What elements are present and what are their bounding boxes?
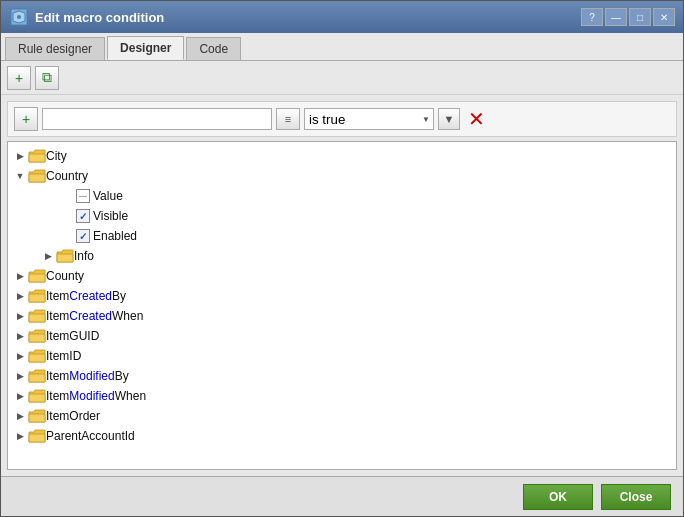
tree-label-parentaccountid: ParentAccountId: [46, 429, 135, 443]
folder-icon-county: [28, 269, 46, 283]
maximize-button[interactable]: □: [629, 8, 651, 26]
window-icon: [9, 7, 29, 27]
tree-label-county: County: [46, 269, 84, 283]
tree-item-parentaccountid[interactable]: ▶ ParentAccountId: [8, 426, 676, 446]
tree-item-enabled[interactable]: ▶ Enabled: [8, 226, 676, 246]
tree-label-itemcreatedby: ItemCreatedBy: [46, 289, 126, 303]
tab-code[interactable]: Code: [186, 37, 241, 60]
folder-icon-parentaccountid: [28, 429, 46, 443]
folder-icon-info: [56, 249, 74, 263]
expand-itemid[interactable]: ▶: [12, 348, 28, 364]
add-row-button[interactable]: +: [14, 107, 38, 131]
svg-point-1: [17, 15, 21, 19]
folder-icon-city: [28, 149, 46, 163]
close-dialog-button[interactable]: Close: [601, 484, 671, 510]
tree-item-county[interactable]: ▶ County: [8, 266, 676, 286]
tree-item-value[interactable]: ▶ Value: [8, 186, 676, 206]
expand-info[interactable]: ▶: [40, 248, 56, 264]
help-button[interactable]: ?: [581, 8, 603, 26]
title-bar: Edit macro condition ? — □ ✕: [1, 1, 683, 33]
expand-itemmodifiedwhen[interactable]: ▶: [12, 388, 28, 404]
tree-label-itemmodifiedby: ItemModifiedBy: [46, 369, 129, 383]
expand-itemcreatedwhen[interactable]: ▶: [12, 308, 28, 324]
tab-rule-designer[interactable]: Rule designer: [5, 37, 105, 60]
tree-item-country[interactable]: ▼ Country: [8, 166, 676, 186]
expand-city[interactable]: ▶: [12, 148, 28, 164]
tab-designer[interactable]: Designer: [107, 36, 184, 60]
folder-icon-itemorder: [28, 409, 46, 423]
checkbox-enabled[interactable]: [76, 229, 90, 243]
tree-item-itemmodifiedby[interactable]: ▶ ItemModifiedBy: [8, 366, 676, 386]
folder-icon-country: [28, 169, 46, 183]
expand-itemguid[interactable]: ▶: [12, 328, 28, 344]
expand-itemcreatedby[interactable]: ▶: [12, 288, 28, 304]
tree-label-visible: Visible: [93, 209, 128, 223]
tree-scroll[interactable]: ▶ City ▼ Country: [8, 142, 676, 469]
checkbox-value[interactable]: [76, 189, 90, 203]
content-area: + ≡ is true is false equals not equals ▼…: [1, 95, 683, 476]
expand-county[interactable]: ▶: [12, 268, 28, 284]
expand-country[interactable]: ▼: [12, 168, 28, 184]
tree-label-info: Info: [74, 249, 94, 263]
tree-item-visible[interactable]: ▶ Visible: [8, 206, 676, 226]
folder-icon-itemcreatedwhen: [28, 309, 46, 323]
field-type-button[interactable]: ≡: [276, 108, 300, 130]
folder-icon-itemmodifiedby: [28, 369, 46, 383]
operator-wrapper: is true is false equals not equals: [304, 108, 434, 130]
tree-label-value: Value: [93, 189, 123, 203]
ok-button[interactable]: OK: [523, 484, 593, 510]
tree-item-city[interactable]: ▶ City: [8, 146, 676, 166]
folder-icon-itemmodifiedwhen: [28, 389, 46, 403]
tree-item-itemorder[interactable]: ▶ ItemOrder: [8, 406, 676, 426]
window-title: Edit macro condition: [35, 10, 581, 25]
tree-label-city: City: [46, 149, 67, 163]
tree-item-itemcreatedby[interactable]: ▶ ItemCreatedBy: [8, 286, 676, 306]
copy-button[interactable]: ⧉: [35, 66, 59, 90]
window-controls: ? — □ ✕: [581, 8, 675, 26]
main-window: Edit macro condition ? — □ ✕ Rule design…: [0, 0, 684, 517]
tree-label-itemcreatedwhen: ItemCreatedWhen: [46, 309, 143, 323]
condition-row: + ≡ is true is false equals not equals ▼…: [7, 101, 677, 137]
expand-itemorder[interactable]: ▶: [12, 408, 28, 424]
operator-select[interactable]: is true is false equals not equals: [304, 108, 434, 130]
tree-label-enabled: Enabled: [93, 229, 137, 243]
folder-icon-itemid: [28, 349, 46, 363]
folder-icon-itemcreatedby: [28, 289, 46, 303]
field-input[interactable]: [42, 108, 272, 130]
minimize-button[interactable]: —: [605, 8, 627, 26]
tree-label-itemorder: ItemOrder: [46, 409, 100, 423]
tab-bar: Rule designer Designer Code: [1, 33, 683, 61]
checkbox-visible[interactable]: [76, 209, 90, 223]
tree-label-itemguid: ItemGUID: [46, 329, 99, 343]
tree-item-info[interactable]: ▶ Info: [8, 246, 676, 266]
tree-label-itemmodifiedwhen: ItemModifiedWhen: [46, 389, 146, 403]
close-button[interactable]: ✕: [653, 8, 675, 26]
delete-condition-button[interactable]: ✕: [464, 107, 488, 131]
tree-item-itemmodifiedwhen[interactable]: ▶ ItemModifiedWhen: [8, 386, 676, 406]
toolbar: + ⧉: [1, 61, 683, 95]
tree-item-itemcreatedwhen[interactable]: ▶ ItemCreatedWhen: [8, 306, 676, 326]
tree-container: ▶ City ▼ Country: [7, 141, 677, 470]
folder-icon-itemguid: [28, 329, 46, 343]
tree-label-itemid: ItemID: [46, 349, 81, 363]
expand-itemmodifiedby[interactable]: ▶: [12, 368, 28, 384]
filter-button[interactable]: ▼: [438, 108, 460, 130]
bottom-bar: OK Close: [1, 476, 683, 516]
tree-label-country: Country: [46, 169, 88, 183]
add-condition-button[interactable]: +: [7, 66, 31, 90]
expand-parentaccountid[interactable]: ▶: [12, 428, 28, 444]
tree-item-itemguid[interactable]: ▶ ItemGUID: [8, 326, 676, 346]
tree-item-itemid[interactable]: ▶ ItemID: [8, 346, 676, 366]
